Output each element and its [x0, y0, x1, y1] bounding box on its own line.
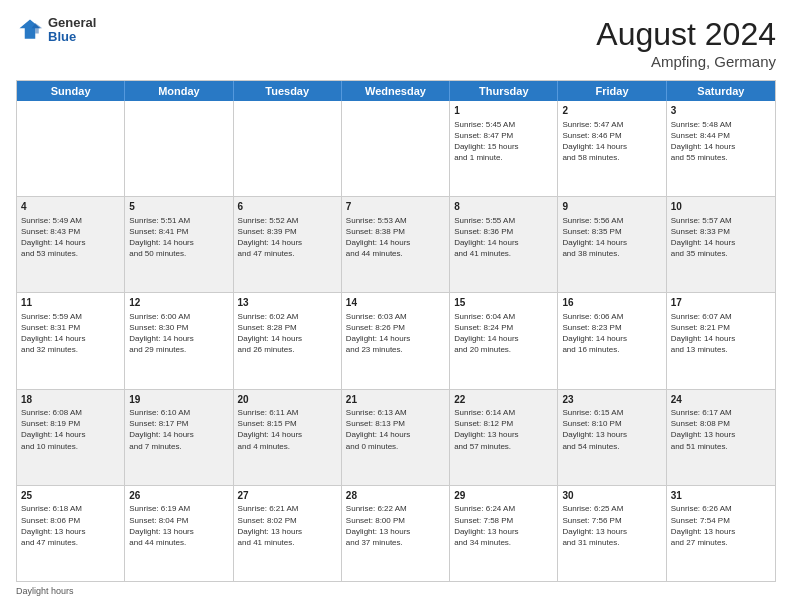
cell-content: Sunrise: 6:07 AM Sunset: 8:21 PM Dayligh… — [671, 311, 771, 356]
day-number: 12 — [129, 296, 228, 310]
cal-cell: 19Sunrise: 6:10 AM Sunset: 8:17 PM Dayli… — [125, 390, 233, 485]
cell-content: Sunrise: 5:59 AM Sunset: 8:31 PM Dayligh… — [21, 311, 120, 356]
cell-content: Sunrise: 6:03 AM Sunset: 8:26 PM Dayligh… — [346, 311, 445, 356]
cell-content: Sunrise: 5:49 AM Sunset: 8:43 PM Dayligh… — [21, 215, 120, 260]
logo-text: General Blue — [48, 16, 96, 45]
cal-cell: 27Sunrise: 6:21 AM Sunset: 8:02 PM Dayli… — [234, 486, 342, 581]
cell-content: Sunrise: 6:00 AM Sunset: 8:30 PM Dayligh… — [129, 311, 228, 356]
cell-content: Sunrise: 5:57 AM Sunset: 8:33 PM Dayligh… — [671, 215, 771, 260]
cal-cell — [234, 101, 342, 196]
cal-cell — [342, 101, 450, 196]
cal-cell: 11Sunrise: 5:59 AM Sunset: 8:31 PM Dayli… — [17, 293, 125, 388]
location: Ampfing, Germany — [596, 53, 776, 70]
day-number: 30 — [562, 489, 661, 503]
cal-row-4: 18Sunrise: 6:08 AM Sunset: 8:19 PM Dayli… — [17, 390, 775, 486]
day-number: 19 — [129, 393, 228, 407]
cal-cell: 9Sunrise: 5:56 AM Sunset: 8:35 PM Daylig… — [558, 197, 666, 292]
cal-cell: 25Sunrise: 6:18 AM Sunset: 8:06 PM Dayli… — [17, 486, 125, 581]
cal-cell: 3Sunrise: 5:48 AM Sunset: 8:44 PM Daylig… — [667, 101, 775, 196]
cal-cell: 2Sunrise: 5:47 AM Sunset: 8:46 PM Daylig… — [558, 101, 666, 196]
calendar-body: 1Sunrise: 5:45 AM Sunset: 8:47 PM Daylig… — [17, 101, 775, 581]
day-number: 8 — [454, 200, 553, 214]
cell-content: Sunrise: 6:10 AM Sunset: 8:17 PM Dayligh… — [129, 407, 228, 452]
day-of-week-sunday: Sunday — [17, 81, 125, 101]
cal-cell: 14Sunrise: 6:03 AM Sunset: 8:26 PM Dayli… — [342, 293, 450, 388]
cal-cell: 13Sunrise: 6:02 AM Sunset: 8:28 PM Dayli… — [234, 293, 342, 388]
day-number: 24 — [671, 393, 771, 407]
cell-content: Sunrise: 6:14 AM Sunset: 8:12 PM Dayligh… — [454, 407, 553, 452]
cal-cell: 26Sunrise: 6:19 AM Sunset: 8:04 PM Dayli… — [125, 486, 233, 581]
cal-cell: 20Sunrise: 6:11 AM Sunset: 8:15 PM Dayli… — [234, 390, 342, 485]
cal-cell: 6Sunrise: 5:52 AM Sunset: 8:39 PM Daylig… — [234, 197, 342, 292]
cal-cell: 4Sunrise: 5:49 AM Sunset: 8:43 PM Daylig… — [17, 197, 125, 292]
day-number: 22 — [454, 393, 553, 407]
logo-blue: Blue — [48, 30, 96, 44]
cell-content: Sunrise: 6:06 AM Sunset: 8:23 PM Dayligh… — [562, 311, 661, 356]
cal-cell: 12Sunrise: 6:00 AM Sunset: 8:30 PM Dayli… — [125, 293, 233, 388]
cal-cell: 31Sunrise: 6:26 AM Sunset: 7:54 PM Dayli… — [667, 486, 775, 581]
day-number: 17 — [671, 296, 771, 310]
cell-content: Sunrise: 5:55 AM Sunset: 8:36 PM Dayligh… — [454, 215, 553, 260]
day-number: 29 — [454, 489, 553, 503]
day-number: 1 — [454, 104, 553, 118]
cell-content: Sunrise: 6:18 AM Sunset: 8:06 PM Dayligh… — [21, 503, 120, 548]
cal-cell: 24Sunrise: 6:17 AM Sunset: 8:08 PM Dayli… — [667, 390, 775, 485]
cell-content: Sunrise: 6:02 AM Sunset: 8:28 PM Dayligh… — [238, 311, 337, 356]
cal-row-3: 11Sunrise: 5:59 AM Sunset: 8:31 PM Dayli… — [17, 293, 775, 389]
cell-content: Sunrise: 5:45 AM Sunset: 8:47 PM Dayligh… — [454, 119, 553, 164]
cell-content: Sunrise: 5:52 AM Sunset: 8:39 PM Dayligh… — [238, 215, 337, 260]
cell-content: Sunrise: 6:22 AM Sunset: 8:00 PM Dayligh… — [346, 503, 445, 548]
cal-cell — [17, 101, 125, 196]
day-number: 14 — [346, 296, 445, 310]
cal-cell: 17Sunrise: 6:07 AM Sunset: 8:21 PM Dayli… — [667, 293, 775, 388]
day-number: 20 — [238, 393, 337, 407]
cell-content: Sunrise: 6:04 AM Sunset: 8:24 PM Dayligh… — [454, 311, 553, 356]
cal-cell — [125, 101, 233, 196]
day-of-week-thursday: Thursday — [450, 81, 558, 101]
cal-row-1: 1Sunrise: 5:45 AM Sunset: 8:47 PM Daylig… — [17, 101, 775, 197]
day-number: 3 — [671, 104, 771, 118]
cal-row-2: 4Sunrise: 5:49 AM Sunset: 8:43 PM Daylig… — [17, 197, 775, 293]
footer-note: Daylight hours — [16, 586, 776, 596]
cell-content: Sunrise: 5:48 AM Sunset: 8:44 PM Dayligh… — [671, 119, 771, 164]
cal-cell: 5Sunrise: 5:51 AM Sunset: 8:41 PM Daylig… — [125, 197, 233, 292]
cell-content: Sunrise: 6:24 AM Sunset: 7:58 PM Dayligh… — [454, 503, 553, 548]
day-number: 5 — [129, 200, 228, 214]
day-number: 9 — [562, 200, 661, 214]
title-block: August 2024 Ampfing, Germany — [596, 16, 776, 70]
page: General Blue August 2024 Ampfing, German… — [0, 0, 792, 612]
cell-content: Sunrise: 5:47 AM Sunset: 8:46 PM Dayligh… — [562, 119, 661, 164]
header: General Blue August 2024 Ampfing, German… — [16, 16, 776, 70]
day-number: 26 — [129, 489, 228, 503]
cell-content: Sunrise: 5:51 AM Sunset: 8:41 PM Dayligh… — [129, 215, 228, 260]
day-of-week-friday: Friday — [558, 81, 666, 101]
cal-cell: 18Sunrise: 6:08 AM Sunset: 8:19 PM Dayli… — [17, 390, 125, 485]
cal-cell: 16Sunrise: 6:06 AM Sunset: 8:23 PM Dayli… — [558, 293, 666, 388]
day-number: 11 — [21, 296, 120, 310]
day-number: 28 — [346, 489, 445, 503]
logo-icon — [16, 16, 44, 44]
cal-cell: 10Sunrise: 5:57 AM Sunset: 8:33 PM Dayli… — [667, 197, 775, 292]
day-of-week-saturday: Saturday — [667, 81, 775, 101]
cell-content: Sunrise: 6:25 AM Sunset: 7:56 PM Dayligh… — [562, 503, 661, 548]
cell-content: Sunrise: 6:15 AM Sunset: 8:10 PM Dayligh… — [562, 407, 661, 452]
cell-content: Sunrise: 5:56 AM Sunset: 8:35 PM Dayligh… — [562, 215, 661, 260]
cell-content: Sunrise: 6:26 AM Sunset: 7:54 PM Dayligh… — [671, 503, 771, 548]
day-of-week-wednesday: Wednesday — [342, 81, 450, 101]
day-number: 31 — [671, 489, 771, 503]
cell-content: Sunrise: 6:11 AM Sunset: 8:15 PM Dayligh… — [238, 407, 337, 452]
cal-cell: 23Sunrise: 6:15 AM Sunset: 8:10 PM Dayli… — [558, 390, 666, 485]
cal-cell: 7Sunrise: 5:53 AM Sunset: 8:38 PM Daylig… — [342, 197, 450, 292]
cal-cell: 21Sunrise: 6:13 AM Sunset: 8:13 PM Dayli… — [342, 390, 450, 485]
cell-content: Sunrise: 6:19 AM Sunset: 8:04 PM Dayligh… — [129, 503, 228, 548]
calendar: SundayMondayTuesdayWednesdayThursdayFrid… — [16, 80, 776, 582]
day-number: 16 — [562, 296, 661, 310]
day-number: 21 — [346, 393, 445, 407]
day-of-week-tuesday: Tuesday — [234, 81, 342, 101]
day-number: 7 — [346, 200, 445, 214]
day-number: 6 — [238, 200, 337, 214]
cell-content: Sunrise: 5:53 AM Sunset: 8:38 PM Dayligh… — [346, 215, 445, 260]
day-number: 4 — [21, 200, 120, 214]
month-year: August 2024 — [596, 16, 776, 53]
day-number: 25 — [21, 489, 120, 503]
